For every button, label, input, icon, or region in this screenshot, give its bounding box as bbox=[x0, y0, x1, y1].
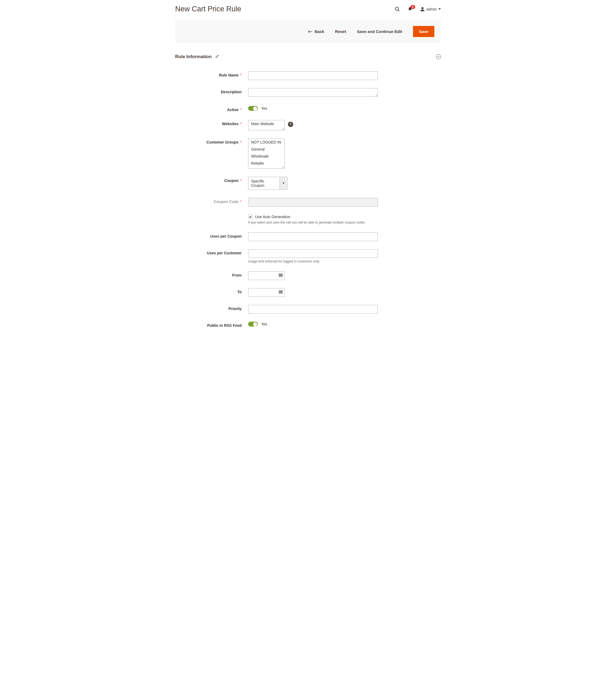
row-coupon: Coupon* Specific Coupon bbox=[175, 177, 441, 190]
rule-name-input[interactable] bbox=[248, 71, 378, 80]
uses-per-customer-hint: Usage limit enforced for logged in custo… bbox=[248, 259, 378, 263]
top-bar: New Cart Price Rule 6 admin bbox=[175, 5, 441, 13]
row-priority: Priority bbox=[175, 305, 441, 313]
row-coupon-code: Coupon Code* bbox=[175, 198, 441, 207]
description-input[interactable] bbox=[248, 88, 378, 97]
save-continue-label: Save and Continue Edit bbox=[357, 29, 402, 34]
label-customer-groups: Customer Groups bbox=[206, 140, 239, 144]
row-rss: Public In RSS Feed Yes bbox=[175, 322, 441, 328]
calendar-icon[interactable] bbox=[279, 290, 283, 296]
label-priority: Priority bbox=[228, 306, 242, 311]
top-icons: 6 admin bbox=[395, 6, 441, 12]
reset-button[interactable]: Reset bbox=[335, 29, 346, 34]
rss-toggle[interactable] bbox=[248, 322, 258, 327]
svg-rect-15 bbox=[280, 292, 280, 293]
label-description: Description bbox=[221, 90, 242, 94]
label-from: From bbox=[232, 273, 242, 277]
reset-button-label: Reset bbox=[335, 29, 346, 34]
chevron-up-icon bbox=[437, 56, 440, 58]
svg-rect-17 bbox=[281, 292, 282, 293]
required-mark: * bbox=[240, 199, 242, 204]
coupon-code-input bbox=[248, 198, 378, 207]
row-to: To bbox=[175, 288, 441, 297]
label-uses-per-coupon: Uses per Coupon bbox=[210, 234, 242, 238]
svg-point-2 bbox=[421, 7, 423, 9]
row-websites: Websites* Main Website ? bbox=[175, 120, 441, 130]
group-option[interactable]: General bbox=[248, 146, 284, 153]
row-active: Active* Yes bbox=[175, 106, 441, 112]
label-coupon: Coupon bbox=[224, 178, 239, 183]
required-mark: * bbox=[240, 140, 242, 144]
label-active: Active bbox=[227, 108, 239, 112]
coupon-select[interactable]: Specific Coupon bbox=[248, 177, 287, 190]
save-button[interactable]: Save bbox=[413, 26, 434, 37]
svg-rect-10 bbox=[281, 275, 282, 276]
row-auto-generation: Use Auto Generation If you select and sa… bbox=[175, 215, 441, 224]
help-icon[interactable]: ? bbox=[288, 122, 293, 127]
svg-rect-16 bbox=[281, 292, 281, 293]
save-continue-button[interactable]: Save and Continue Edit bbox=[357, 29, 402, 34]
collapse-toggle[interactable] bbox=[436, 54, 441, 59]
group-option[interactable]: Retailer bbox=[248, 160, 284, 167]
label-coupon-code: Coupon Code bbox=[214, 199, 239, 204]
user-icon bbox=[420, 7, 425, 12]
required-mark: * bbox=[240, 122, 242, 126]
label-rule-name: Rule Name bbox=[219, 73, 238, 77]
search-icon[interactable] bbox=[395, 6, 400, 12]
chevron-down-icon bbox=[438, 8, 441, 10]
row-from: From bbox=[175, 272, 441, 280]
row-uses-per-coupon: Uses per Coupon bbox=[175, 233, 441, 241]
back-button[interactable]: Back bbox=[308, 29, 324, 34]
required-mark: * bbox=[240, 178, 242, 183]
row-customer-groups: Customer Groups* NOT LOGGED IN General W… bbox=[175, 138, 441, 169]
admin-user-label: admin bbox=[426, 7, 437, 12]
website-option[interactable]: Main Website bbox=[248, 120, 284, 127]
label-to: To bbox=[237, 290, 242, 294]
websites-multiselect[interactable]: Main Website bbox=[248, 120, 285, 130]
svg-point-0 bbox=[395, 7, 398, 10]
notification-badge: 6 bbox=[410, 5, 415, 9]
action-bar: Back Reset Save and Continue Edit Save bbox=[175, 21, 441, 42]
group-option[interactable]: NOT LOGGED IN bbox=[248, 139, 284, 146]
uses-per-coupon-input[interactable] bbox=[248, 233, 378, 241]
arrow-left-icon bbox=[308, 30, 312, 33]
back-button-label: Back bbox=[315, 29, 324, 34]
customer-groups-multiselect[interactable]: NOT LOGGED IN General Wholesale Retailer bbox=[248, 138, 285, 169]
svg-rect-8 bbox=[280, 275, 280, 276]
calendar-icon[interactable] bbox=[279, 273, 283, 279]
rss-toggle-label: Yes bbox=[261, 322, 267, 326]
admin-user-menu[interactable]: admin bbox=[420, 7, 441, 12]
notifications-icon[interactable]: 6 bbox=[408, 7, 413, 12]
section-title: Rule Information bbox=[175, 54, 212, 60]
required-mark: * bbox=[240, 108, 242, 112]
edit-icon[interactable] bbox=[215, 54, 219, 59]
svg-line-1 bbox=[398, 10, 399, 11]
row-description: Description bbox=[175, 88, 441, 98]
coupon-select-trigger[interactable] bbox=[280, 177, 287, 190]
group-option[interactable]: Wholesale bbox=[248, 153, 284, 160]
priority-input[interactable] bbox=[248, 305, 378, 313]
check-icon bbox=[249, 215, 252, 218]
auto-generation-checkbox[interactable] bbox=[248, 215, 252, 219]
active-toggle[interactable] bbox=[248, 106, 258, 111]
active-toggle-label: Yes bbox=[261, 106, 267, 111]
required-mark: * bbox=[240, 73, 242, 77]
label-websites: Websites bbox=[222, 122, 238, 126]
auto-generation-label: Use Auto Generation bbox=[255, 215, 290, 219]
auto-generation-hint: If you select and save the rule you will… bbox=[248, 221, 378, 224]
row-uses-per-customer: Uses per Customer Usage limit enforced f… bbox=[175, 249, 441, 263]
label-rss: Public In RSS Feed bbox=[207, 323, 242, 328]
label-uses-per-customer: Uses per Customer bbox=[207, 251, 242, 255]
row-rule-name: Rule Name* bbox=[175, 71, 441, 80]
section-header: Rule Information bbox=[175, 54, 441, 60]
uses-per-customer-input[interactable] bbox=[248, 249, 378, 258]
chevron-down-icon bbox=[283, 182, 285, 185]
svg-rect-9 bbox=[281, 275, 281, 276]
coupon-select-value: Specific Coupon bbox=[248, 177, 280, 190]
page-title: New Cart Price Rule bbox=[175, 5, 241, 13]
